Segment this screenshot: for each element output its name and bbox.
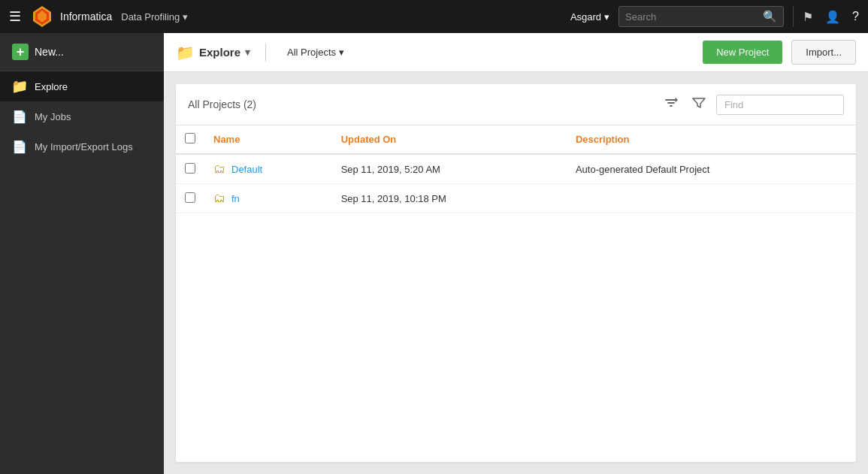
app-logo: Informatica (30, 5, 112, 29)
workspace-label: Asgard (570, 11, 601, 23)
filter-icon[interactable] (689, 94, 709, 115)
folder-icon: 📁 (11, 78, 28, 95)
import-button[interactable]: Import... (791, 40, 856, 65)
table-row: 🗂 Default Sep 11, 2019, 5:20 AM Auto-gen… (176, 154, 856, 184)
product-chevron-icon: ▾ (183, 11, 188, 23)
row-updated-on-cell: Sep 11, 2019, 5:20 AM (332, 154, 567, 184)
description-column-header: Description (567, 125, 856, 154)
flag-icon[interactable]: ⚑ (803, 10, 813, 24)
workspace-selector[interactable]: Asgard ▾ (570, 11, 609, 23)
new-button[interactable]: + New... (0, 33, 164, 71)
sidebar-item-import-export-logs[interactable]: 📄 My Import/Export Logs (0, 131, 164, 162)
search-icon: 🔍 (763, 10, 777, 23)
table-body: 🗂 Default Sep 11, 2019, 5:20 AM Auto-gen… (176, 154, 856, 213)
informatica-logo-icon (30, 5, 54, 29)
top-navigation: ☰ Informatica Data Profiling ▾ Asgard ▾ … (0, 0, 868, 33)
product-selector[interactable]: Data Profiling ▾ (121, 11, 188, 23)
row-folder-icon: 🗂 (213, 192, 225, 205)
breadcrumb-chevron-icon[interactable]: ▾ (245, 47, 250, 58)
select-all-checkbox[interactable] (185, 133, 195, 143)
hamburger-menu-icon[interactable]: ☰ (9, 8, 21, 25)
log-document-icon: 📄 (12, 140, 27, 154)
row-description-cell (567, 184, 856, 213)
all-projects-chevron-icon: ▾ (339, 47, 344, 58)
row-name-cell: 🗂 Default (204, 154, 332, 184)
breadcrumb-folder-icon: 📁 (176, 44, 195, 62)
table-header-row: Name Updated On Description (176, 125, 856, 154)
updated-on-column-header[interactable]: Updated On (332, 125, 567, 154)
row-folder-icon: 🗂 (213, 162, 225, 176)
row-name-link[interactable]: Default (231, 164, 262, 175)
projects-table: Name Updated On Description 🗂 Default Se… (176, 125, 856, 213)
search-input[interactable] (625, 11, 758, 23)
new-label: New... (35, 46, 64, 58)
row-updated-on-cell: Sep 11, 2019, 10:18 PM (332, 184, 567, 213)
new-plus-icon: + (12, 44, 29, 60)
table-title: All Projects (2) (188, 98, 652, 110)
row-name-cell: 🗂 fn (204, 184, 332, 213)
sidebar-explore-icon: 📁 (12, 79, 27, 94)
content-header: 📁 Explore ▾ All Projects ▾ New Project I… (164, 33, 868, 72)
sidebar-logs-icon: 📄 (12, 139, 27, 154)
help-icon[interactable]: ? (852, 10, 859, 23)
name-column-header[interactable]: Name (204, 125, 332, 154)
user-icon[interactable]: 👤 (825, 10, 840, 24)
sidebar-explore-label: Explore (35, 81, 68, 92)
sidebar-myjobs-icon: 📄 (12, 109, 27, 124)
row-checkbox-cell[interactable] (176, 154, 204, 184)
table-row: 🗂 fn Sep 11, 2019, 10:18 PM (176, 184, 856, 213)
product-label: Data Profiling (121, 11, 180, 23)
breadcrumb-label: Explore (199, 46, 240, 59)
table-toolbar: All Projects (2) (176, 84, 856, 125)
sidebar-item-my-jobs[interactable]: 📄 My Jobs (0, 101, 164, 131)
row-name-link[interactable]: fn (231, 193, 240, 204)
sidebar: + New... 📁 Explore 📄 My Jobs 📄 My Import… (0, 33, 164, 474)
row-checkbox[interactable] (185, 192, 195, 203)
find-input[interactable] (716, 95, 844, 115)
row-description-cell: Auto-generated Default Project (567, 154, 856, 184)
checkbox-header[interactable] (176, 125, 204, 154)
row-checkbox[interactable] (185, 163, 195, 174)
breadcrumb: 📁 Explore ▾ (176, 44, 250, 62)
sidebar-logs-label: My Import/Export Logs (35, 141, 133, 152)
document-icon: 📄 (12, 110, 27, 124)
toolbar-icons (661, 93, 844, 116)
breadcrumb-separator (265, 44, 266, 62)
main-layout: + New... 📁 Explore 📄 My Jobs 📄 My Import… (0, 33, 868, 474)
workspace-chevron-icon: ▾ (604, 11, 609, 23)
nav-divider (793, 6, 794, 27)
content-area: 📁 Explore ▾ All Projects ▾ New Project I… (164, 33, 868, 474)
all-projects-selector[interactable]: All Projects ▾ (281, 44, 350, 61)
sidebar-myjobs-label: My Jobs (35, 111, 71, 122)
sidebar-item-explore[interactable]: 📁 Explore (0, 71, 164, 101)
search-box[interactable]: 🔍 (618, 6, 784, 27)
all-projects-label: All Projects (287, 47, 336, 58)
new-project-button[interactable]: New Project (703, 41, 782, 64)
nav-action-icons: ⚑ 👤 ? (803, 10, 859, 24)
sort-icon[interactable] (661, 93, 682, 116)
row-checkbox-cell[interactable] (176, 184, 204, 213)
projects-table-container: All Projects (2) (176, 84, 856, 462)
app-name-label: Informatica (60, 11, 112, 23)
